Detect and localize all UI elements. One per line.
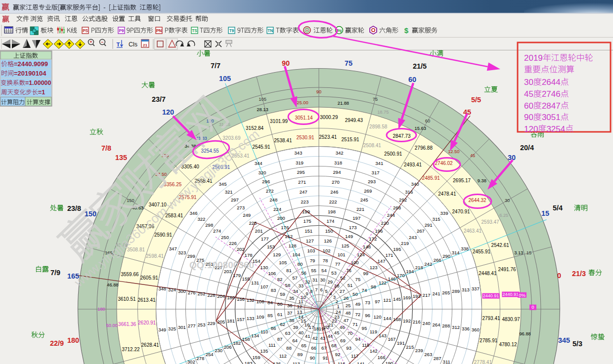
svg-text:1: 1	[337, 304, 340, 309]
svg-text:135: 135	[260, 348, 268, 354]
svg-text:74: 74	[362, 287, 367, 293]
svg-text:226: 226	[229, 241, 237, 246]
svg-text:344: 344	[255, 161, 263, 166]
svg-text:292: 292	[399, 197, 407, 202]
svg-text:244: 244	[387, 212, 395, 218]
svg-text:215: 215	[406, 344, 414, 350]
svg-text:191: 191	[397, 340, 405, 346]
svg-text:136: 136	[273, 361, 281, 364]
svg-text:194: 194	[406, 269, 414, 274]
svg-text:105: 105	[279, 260, 287, 265]
svg-text:217: 217	[423, 292, 431, 298]
svg-text:58: 58	[285, 283, 291, 288]
svg-text:225: 225	[249, 220, 257, 226]
svg-text:3254: 3254	[546, 124, 565, 134]
svg-text:93: 93	[346, 345, 351, 351]
svg-text:57: 57	[292, 275, 298, 281]
svg-text:12.50: 12.50	[448, 149, 459, 154]
svg-text:40: 40	[298, 330, 304, 335]
svg-text:240: 240	[423, 321, 431, 326]
svg-text:47: 47	[344, 318, 349, 323]
svg-text:60: 60	[524, 101, 533, 111]
svg-text:340: 340	[411, 181, 419, 187]
svg-text:195: 195	[393, 246, 401, 252]
svg-text:178: 178	[245, 252, 253, 258]
svg-text:268: 268	[393, 205, 401, 210]
svg-text:TS: TS	[192, 29, 197, 33]
svg-text:109: 109	[256, 314, 264, 320]
svg-text:133: 133	[247, 316, 255, 321]
svg-text:=1.00000: =1.00000	[25, 80, 51, 86]
svg-text:273: 273	[237, 205, 245, 210]
svg-text:8: 8	[310, 288, 312, 294]
svg-text:6: 6	[320, 287, 323, 292]
svg-text:71: 71	[352, 322, 358, 327]
svg-text:21/3: 21/3	[572, 270, 586, 278]
svg-text:64: 64	[292, 338, 298, 343]
svg-text:52: 52	[340, 275, 346, 281]
svg-text:51: 51	[348, 283, 353, 288]
svg-text:18: 18	[313, 326, 319, 331]
svg-text:2500.91: 2500.91	[384, 151, 402, 157]
svg-text:325: 325	[168, 326, 176, 331]
svg-text:193: 193	[413, 293, 421, 299]
svg-text:25: 25	[346, 303, 351, 308]
svg-text:158: 158	[242, 336, 250, 342]
svg-text:278: 278	[196, 356, 204, 361]
svg-text:102: 102	[323, 248, 331, 253]
svg-text:60: 60	[425, 119, 430, 123]
svg-text:76: 76	[346, 268, 351, 273]
svg-text:291: 291	[425, 222, 433, 228]
svg-text:247: 247	[300, 189, 307, 195]
svg-text:2: 2	[336, 299, 338, 304]
svg-text:321: 321	[225, 189, 233, 195]
svg-text:3101.99: 3101.99	[270, 119, 288, 124]
svg-text:144: 144	[383, 316, 392, 321]
svg-text:277: 277	[188, 323, 196, 328]
svg-text:2605.91: 2605.91	[140, 275, 159, 281]
svg-text:63: 63	[285, 330, 291, 336]
svg-text:228: 228	[207, 292, 215, 298]
svg-text:54: 54	[321, 268, 327, 273]
svg-text:PN: PN	[156, 29, 162, 33]
svg-text:2530.91: 2530.91	[297, 135, 315, 140]
svg-text:147: 147	[377, 258, 385, 264]
svg-text:2470.91: 2470.91	[452, 209, 471, 214]
svg-text:0: 0	[557, 272, 561, 280]
svg-text:317: 317	[372, 170, 380, 175]
svg-text:=1: =1	[38, 89, 45, 96]
svg-text:2695.17: 2695.17	[453, 178, 471, 183]
svg-text:69: 69	[340, 338, 346, 343]
svg-text:197: 197	[352, 215, 360, 221]
svg-text:97: 97	[375, 299, 380, 304]
svg-text:53: 53	[331, 270, 337, 276]
svg-text:301: 301	[178, 324, 186, 330]
svg-text:4: 4	[329, 291, 332, 296]
svg-text:75: 75	[345, 59, 352, 67]
svg-text:341: 341	[375, 161, 383, 166]
svg-text:120: 120	[162, 108, 174, 116]
svg-text:66: 66	[311, 345, 316, 351]
svg-text:175: 175	[304, 218, 311, 224]
svg-text:37: 37	[287, 310, 293, 316]
svg-text:$: $	[404, 26, 409, 35]
svg-text:130: 130	[260, 265, 268, 270]
svg-text:81: 81	[286, 268, 292, 273]
svg-text:50: 50	[352, 291, 358, 297]
svg-text:117: 117	[351, 353, 358, 359]
svg-text:230: 230	[215, 348, 222, 353]
svg-text:2491.76: 2491.76	[498, 267, 516, 272]
svg-text:254: 254	[206, 352, 214, 357]
svg-text:264: 264	[432, 322, 440, 327]
svg-text:2485.91: 2485.91	[422, 175, 440, 181]
svg-text:269: 269	[364, 188, 372, 194]
svg-text:199: 199	[302, 209, 310, 214]
svg-text:3051: 3051	[542, 113, 561, 122]
svg-text:5/4: 5/4	[553, 204, 563, 212]
svg-text:2847: 2847	[542, 101, 561, 111]
svg-text:39: 39	[293, 324, 298, 330]
svg-text:219: 219	[401, 241, 409, 246]
svg-text:30: 30	[505, 198, 510, 203]
svg-text:202: 202	[237, 246, 245, 252]
svg-text:0: 0	[531, 304, 534, 310]
